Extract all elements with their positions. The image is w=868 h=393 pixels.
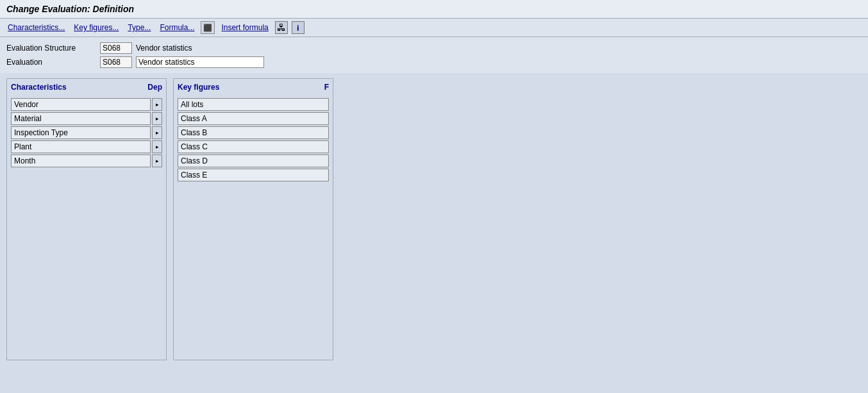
characteristics-panel: Characteristics Dep Vendor ▸ Material ▸ …	[6, 78, 167, 360]
kf-item-1[interactable]: Class A	[178, 112, 329, 125]
eval-structure-input[interactable]	[100, 42, 132, 54]
char-item-1[interactable]: Material	[11, 112, 151, 125]
key-figures-list: All lots Class A Class B Class C Class D…	[178, 98, 329, 181]
characteristics-panel-title: Characteristics	[11, 83, 67, 92]
char-item-2[interactable]: Inspection Type	[11, 126, 151, 139]
insert-formula-icon[interactable]: ⬛	[201, 21, 215, 34]
list-item: Class C	[178, 140, 329, 153]
kf-item-3[interactable]: Class C	[178, 140, 329, 153]
list-item: Class E	[178, 169, 329, 181]
type-btn[interactable]: Type...	[125, 22, 153, 33]
list-item: Vendor ▸	[11, 98, 162, 111]
characteristics-list: Vendor ▸ Material ▸ Inspection Type ▸ Pl…	[11, 98, 162, 167]
char-item-3[interactable]: Plant	[11, 140, 151, 153]
char-item-btn-3[interactable]: ▸	[152, 140, 162, 153]
eval-structure-row: Evaluation Structure Vendor statistics	[6, 42, 862, 54]
eval-input[interactable]	[100, 56, 132, 68]
toolbar-icon-info[interactable]: i	[292, 21, 305, 34]
kf-item-4[interactable]: Class D	[178, 155, 329, 167]
char-item-4[interactable]: Month	[11, 155, 151, 167]
list-item: Class B	[178, 126, 329, 139]
list-item: Month ▸	[11, 155, 162, 167]
char-item-btn-1[interactable]: ▸	[152, 112, 162, 125]
char-item-btn-0[interactable]: ▸	[152, 98, 162, 111]
key-figures-panel-title: Key figures	[178, 83, 219, 92]
char-item-0[interactable]: Vendor	[11, 98, 151, 111]
eval-row: Evaluation	[6, 56, 862, 68]
kf-item-0[interactable]: All lots	[178, 98, 329, 111]
eval-label: Evaluation	[6, 58, 96, 67]
list-item: All lots	[178, 98, 329, 111]
eval-structure-label: Evaluation Structure	[6, 44, 96, 53]
list-item: Inspection Type ▸	[11, 126, 162, 139]
insert-formula-btn[interactable]: Insert formula	[219, 22, 271, 33]
formula-btn[interactable]: Formula...	[157, 22, 197, 33]
key-figures-panel-header: Key figures F	[178, 83, 329, 94]
title-bar: Change Evaluation: Definition	[0, 0, 868, 19]
form-area: Evaluation Structure Vendor statistics E…	[0, 37, 868, 73]
list-item: Plant ▸	[11, 140, 162, 153]
toolbar: Characteristics... Key figures... Type..…	[0, 19, 868, 37]
list-item: Class A	[178, 112, 329, 125]
kf-item-2[interactable]: Class B	[178, 126, 329, 139]
eval-text-input[interactable]	[136, 56, 264, 68]
char-item-btn-4[interactable]: ▸	[152, 155, 162, 167]
key-figures-btn[interactable]: Key figures...	[71, 22, 121, 33]
key-figures-panel: Key figures F All lots Class A Class B C…	[173, 78, 333, 360]
toolbar-icon-network[interactable]: 🖧	[275, 21, 288, 34]
characteristics-btn[interactable]: Characteristics...	[5, 22, 67, 33]
characteristics-panel-header: Characteristics Dep	[11, 83, 162, 94]
characteristics-panel-col-right: Dep	[147, 83, 162, 92]
kf-item-5[interactable]: Class E	[178, 169, 329, 181]
key-figures-panel-col-right: F	[324, 83, 329, 92]
main-content: Characteristics Dep Vendor ▸ Material ▸ …	[0, 73, 868, 365]
list-item: Class D	[178, 155, 329, 167]
page-title: Change Evaluation: Definition	[6, 4, 862, 14]
char-item-btn-2[interactable]: ▸	[152, 126, 162, 139]
eval-structure-text: Vendor statistics	[136, 44, 192, 53]
list-item: Material ▸	[11, 112, 162, 125]
